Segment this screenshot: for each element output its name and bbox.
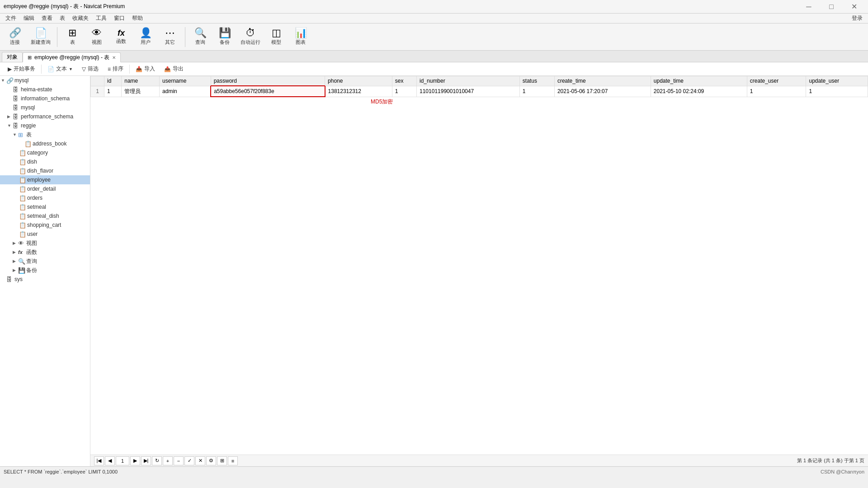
tree-views-node[interactable]: ▶ 👁 视图 bbox=[0, 239, 90, 248]
tree-table-address-book[interactable]: ▶ 📋 address_book bbox=[0, 139, 90, 148]
tree-tables-node[interactable]: ▼ ⊞ 表 bbox=[0, 130, 90, 139]
cell-password[interactable]: a59abbe56e057f20f883e bbox=[211, 86, 325, 97]
table-row[interactable]: 1 1 管理员 admin a59abbe56e057f20f883e 1381… bbox=[91, 86, 868, 97]
nav-delete-button[interactable]: − bbox=[174, 456, 184, 465]
tree-table-dish[interactable]: 📋 dish bbox=[0, 157, 90, 166]
begin-transaction-label: 开始事务 bbox=[14, 65, 35, 73]
tree-db-mysql[interactable]: ▶ 🗄 mysql bbox=[0, 103, 90, 112]
data-table-container[interactable]: id name username password phone sex id_n… bbox=[90, 76, 868, 455]
text-button[interactable]: 📄 文本 ▼ bbox=[43, 64, 77, 75]
table-icon-addr: 📋 bbox=[24, 141, 33, 147]
toolbar-autorun[interactable]: ⏱ 自动运行 bbox=[238, 25, 263, 49]
tab-close-icon[interactable]: ✕ bbox=[112, 55, 116, 60]
nav-next-button[interactable]: ▶ bbox=[130, 456, 140, 465]
cell-update-time[interactable]: 2021-05-10 02:24:09 bbox=[651, 86, 747, 97]
cell-status[interactable]: 1 bbox=[519, 86, 554, 97]
main-layout: ▼ 🔗 mysql ▶ 🗄 heima-estate ▶ 🗄 informati… bbox=[0, 76, 868, 466]
nav-refresh-button[interactable]: ↻ bbox=[152, 456, 162, 465]
menu-file[interactable]: 文件 bbox=[2, 14, 20, 23]
maximize-button[interactable]: □ bbox=[821, 0, 842, 14]
nav-check-button[interactable]: ✓ bbox=[184, 456, 194, 465]
tab-object[interactable]: 对象 bbox=[2, 52, 23, 62]
menu-view[interactable]: 查看 bbox=[38, 14, 56, 23]
menu-edit[interactable]: 编辑 bbox=[20, 14, 38, 23]
cell-name[interactable]: 管理员 bbox=[122, 86, 160, 97]
menu-window[interactable]: 窗口 bbox=[110, 14, 128, 23]
toolbar-new-query[interactable]: 📄 新建查询 bbox=[28, 25, 53, 49]
tab-employee-label: employee @reggie (mysql) - 表 bbox=[34, 54, 109, 61]
tree-table-order-detail[interactable]: 📋 order_detail bbox=[0, 184, 90, 193]
tree-db-reggie[interactable]: ▼ 🗄 reggie bbox=[0, 121, 90, 130]
nav-prev-button[interactable]: ◀ bbox=[105, 456, 115, 465]
db-icon-heima: 🗄 bbox=[13, 86, 21, 93]
db-icon-info: 🗄 bbox=[13, 95, 21, 102]
nav-list-button[interactable]: ≡ bbox=[228, 456, 238, 465]
nav-add-button[interactable]: + bbox=[163, 456, 173, 465]
tab-table-icon: ⊞ bbox=[28, 55, 32, 61]
tree-arrow-tables: ▼ bbox=[13, 132, 18, 137]
begin-transaction-button[interactable]: ▶ 开始事务 bbox=[4, 64, 39, 75]
cell-id-number[interactable]: 110101199001010047 bbox=[417, 86, 520, 97]
cell-create-user[interactable]: 1 bbox=[747, 86, 806, 97]
tree-table-setmeal-dish[interactable]: 📋 setmeal_dish bbox=[0, 211, 90, 221]
cell-id[interactable]: 1 bbox=[104, 86, 122, 97]
nav-cancel-button[interactable]: ✕ bbox=[195, 456, 205, 465]
tree-connection-mysql[interactable]: ▼ 🔗 mysql bbox=[0, 76, 90, 85]
close-button[interactable]: ✕ bbox=[844, 0, 864, 14]
tree-queries-node[interactable]: ▶ 🔍 查询 bbox=[0, 257, 90, 266]
toolbar-model[interactable]: ◫ 模型 bbox=[265, 25, 288, 49]
toolbar-other[interactable]: ⋯ 其它 bbox=[159, 25, 181, 49]
tree-table-shopping-cart[interactable]: 📋 shopping_cart bbox=[0, 221, 90, 230]
cell-sex[interactable]: 1 bbox=[392, 86, 416, 97]
toolbar-user[interactable]: 👤 用户 bbox=[134, 25, 157, 49]
cell-phone[interactable]: 13812312312 bbox=[325, 86, 392, 97]
filter-button[interactable]: ▽ 筛选 bbox=[78, 64, 103, 75]
tree-arrow-queries: ▶ bbox=[13, 259, 18, 263]
tree-db-sys[interactable]: ▶ 🗄 sys bbox=[0, 275, 90, 284]
toolbar-sep-1 bbox=[57, 27, 57, 47]
tree-functions-node[interactable]: ▶ fx 函数 bbox=[0, 248, 90, 257]
import-button[interactable]: 📥 导入 bbox=[132, 64, 159, 75]
nav-last-button[interactable]: ▶| bbox=[141, 456, 151, 465]
cell-rownum: 1 bbox=[91, 86, 104, 97]
minimize-button[interactable]: ─ bbox=[798, 0, 819, 14]
other-label: 其它 bbox=[165, 39, 175, 46]
cell-create-time[interactable]: 2021-05-06 17:20:07 bbox=[554, 86, 651, 97]
tree-table-setmeal[interactable]: 📋 setmeal bbox=[0, 202, 90, 211]
tree-table-category[interactable]: 📋 category bbox=[0, 148, 90, 157]
nav-settings-button[interactable]: ⚙ bbox=[206, 456, 216, 465]
toolbar-query[interactable]: 🔍 查询 bbox=[189, 25, 212, 49]
tab-employee-table[interactable]: ⊞ employee @reggie (mysql) - 表 ✕ bbox=[23, 52, 121, 62]
toolbar-backup[interactable]: 💾 备份 bbox=[213, 25, 236, 49]
backup-icon: 💾 bbox=[219, 28, 231, 38]
menu-tools[interactable]: 工具 bbox=[92, 14, 110, 23]
menu-table[interactable]: 表 bbox=[56, 14, 69, 23]
toolbar-table[interactable]: ⊞ 表 bbox=[61, 25, 84, 49]
export-button[interactable]: 📤 导出 bbox=[160, 64, 188, 75]
sort-button[interactable]: ≡ 排序 bbox=[104, 64, 127, 75]
tree-backups-node[interactable]: ▶ 💾 备份 bbox=[0, 266, 90, 275]
toolbar-connect[interactable]: 🔗 连接 bbox=[4, 25, 26, 49]
tree-table-user[interactable]: 📋 user bbox=[0, 230, 90, 239]
nav-grid-button[interactable]: ⊞ bbox=[217, 456, 227, 465]
tree-db-perf[interactable]: ▶ 🗄 performance_schema bbox=[0, 112, 90, 121]
function-icon: fx bbox=[118, 29, 125, 37]
menu-favorites[interactable]: 收藏夹 bbox=[69, 14, 92, 23]
tree-table-employee[interactable]: 📋 employee bbox=[0, 175, 90, 184]
login-button[interactable]: 登录 bbox=[848, 14, 866, 23]
nav-first-button[interactable]: |◀ bbox=[94, 456, 104, 465]
toolbar-view[interactable]: 👁 视图 bbox=[85, 25, 108, 49]
menu-help[interactable]: 帮助 bbox=[128, 14, 146, 23]
tree-table-orders[interactable]: 📋 orders bbox=[0, 193, 90, 202]
tree-db-heima[interactable]: ▶ 🗄 heima-estate bbox=[0, 85, 90, 94]
menu-bar: 文件 编辑 查看 表 收藏夹 工具 窗口 帮助 登录 bbox=[0, 14, 868, 23]
tree-table-dish-flavor[interactable]: 📋 dish_flavor bbox=[0, 166, 90, 175]
cell-username[interactable]: admin bbox=[160, 86, 211, 97]
tree-arrow-mysql: ▼ bbox=[1, 78, 6, 83]
page-input[interactable] bbox=[116, 456, 129, 465]
cell-update-user[interactable]: 1 bbox=[806, 86, 868, 97]
toolbar-function[interactable]: fx 函数 bbox=[110, 25, 132, 49]
toolbar-chart[interactable]: 📊 图表 bbox=[289, 25, 312, 49]
col-header-password: password bbox=[211, 76, 325, 86]
tree-db-information[interactable]: ▶ 🗄 information_schema bbox=[0, 94, 90, 103]
